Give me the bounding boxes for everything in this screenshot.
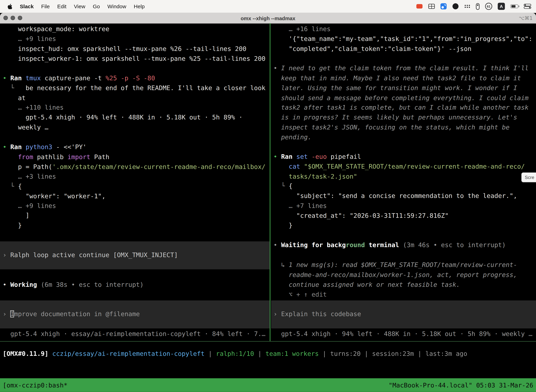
- battery-icon[interactable]: [510, 5, 518, 8]
- text-segment: |: [414, 350, 425, 357]
- menu-help[interactable]: Help: [130, 3, 148, 9]
- dark-app-icon[interactable]: [452, 3, 459, 9]
- menu-bar-left: Slack File Edit View Go Window Help: [0, 3, 148, 9]
- battery-percentage-icon[interactable]: 61: [485, 3, 492, 10]
- menu-bar: Slack File Edit View Go Window Help: [0, 0, 536, 13]
- text-segment: session:23m: [372, 350, 414, 357]
- text-segment: |: [205, 350, 216, 357]
- input-source-letter: A: [500, 4, 503, 9]
- omx-hud-pane: [OMX#0.11.9] cczip/essay/ai-reimplementa…: [0, 0, 536, 392]
- screen-recording-icon[interactable]: [416, 4, 423, 9]
- text-segment: last:3m ago: [425, 350, 467, 357]
- blue-app-icon[interactable]: [440, 3, 447, 9]
- text-segment: ralph:1/10: [216, 350, 254, 357]
- screen: Slack File Edit View Go Window Help: [0, 0, 536, 392]
- menu-file[interactable]: File: [38, 3, 53, 9]
- tmux-session-label: [omx-cczip0:bash*: [3, 382, 67, 389]
- text-segment: cczip/essay/ai-reimplementation-copyleft: [52, 350, 205, 357]
- screen-capture-popover[interactable]: Scre: [522, 173, 536, 182]
- active-app-menu[interactable]: Slack: [16, 3, 38, 9]
- text-segment: |: [319, 350, 330, 357]
- menu-window[interactable]: Window: [104, 3, 130, 9]
- input-source-icon[interactable]: A: [498, 3, 505, 10]
- menu-edit[interactable]: Edit: [53, 3, 70, 9]
- text-segment: team:1 workers: [266, 350, 319, 357]
- text-segment: |: [254, 350, 266, 357]
- battery-percentage-value: 61: [487, 5, 491, 8]
- tmux-host-clock-label: "MacBook-Pro-44.local" 05:03 31-Mar-26: [389, 382, 533, 389]
- menu-bar-status-area: 61 A: [416, 3, 536, 10]
- text-segment: [OMX#0.11.9]: [3, 350, 52, 357]
- control-center-icon[interactable]: [524, 4, 531, 9]
- text-segment: turns:20: [330, 350, 361, 357]
- app-grid-dots-icon[interactable]: [464, 5, 470, 8]
- menu-go[interactable]: Go: [89, 3, 104, 9]
- window-grid-icon[interactable]: [428, 4, 435, 9]
- apple-menu-icon[interactable]: [5, 3, 16, 9]
- status-pill-icon[interactable]: [476, 3, 479, 10]
- text-segment: |: [361, 350, 372, 357]
- menu-view[interactable]: View: [70, 3, 89, 9]
- terminal-line: [OMX#0.11.9] cczip/essay/ai-reimplementa…: [3, 349, 467, 359]
- tmux-status-bar: [omx-cczip0:bash* "MacBook-Pro-44.local"…: [0, 378, 536, 392]
